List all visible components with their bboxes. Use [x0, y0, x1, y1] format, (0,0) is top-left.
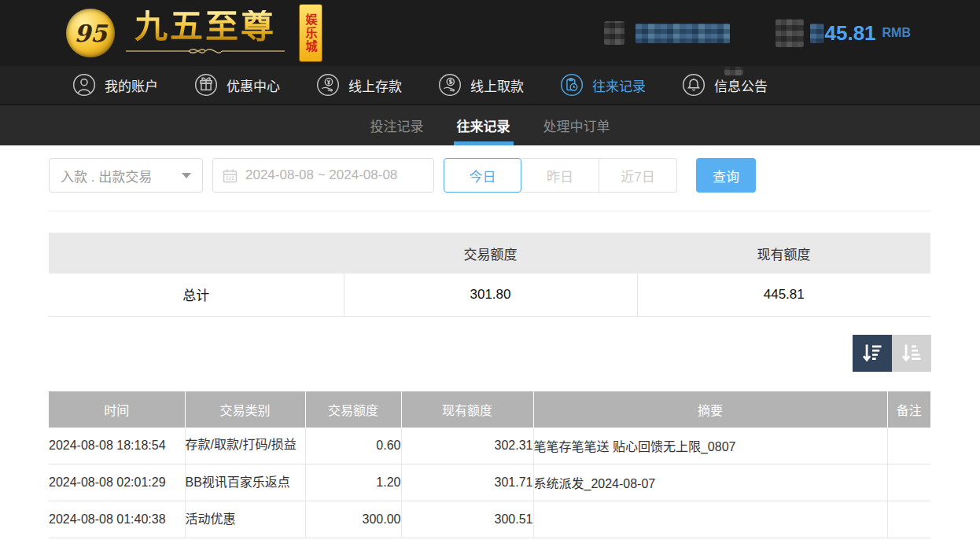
cell-time: 2024-08-08 01:40:38: [49, 501, 185, 538]
main-nav: 我的账户 优惠中心 线上存款: [0, 66, 980, 105]
today-button[interactable]: 今日: [444, 158, 521, 193]
nav-label: 线上取款: [470, 75, 524, 95]
balance-amount: 45.81: [824, 21, 875, 46]
transaction-type-value: 入款 . 出款交易: [61, 166, 152, 185]
summary-total-label: 总计: [49, 273, 344, 316]
cell-summary: 系统派发_2024-08-07: [533, 464, 887, 501]
table-row: 2024-08-08 02:01:29 BB视讯百家乐返点 1.20 301.7…: [49, 464, 930, 501]
tab-processing-orders[interactable]: 处理中订单: [542, 105, 612, 145]
content: 入款 . 出款交易 2024-08-08 ~ 2024-08-08 今日 昨日 …: [0, 145, 980, 538]
col-header-type: 交易类别: [185, 391, 305, 428]
sort-ascending-icon: [900, 341, 923, 365]
user-avatar-blurred: [604, 21, 624, 45]
nav-item-announcements[interactable]: 信息公告: [682, 73, 768, 97]
user-info[interactable]: [604, 21, 730, 45]
transaction-type-select[interactable]: 入款 . 出款交易: [49, 158, 203, 193]
date-range-input[interactable]: 2024-08-08 ~ 2024-08-08: [212, 158, 434, 193]
chevron-down-icon: [182, 173, 191, 178]
cell-balance: 301.71: [401, 464, 533, 501]
table-header-row: 时间 交易类别 交易额度 现有额度 摘要 备注: [49, 391, 930, 428]
cell-type: 活动优惠: [185, 501, 305, 538]
cell-note: [887, 464, 930, 501]
summary-total-amount: 301.80: [344, 273, 637, 316]
nav-item-records[interactable]: 往来记录: [560, 73, 646, 97]
cell-balance: 300.51: [401, 501, 533, 538]
logo-badge: 娱乐城: [299, 4, 322, 62]
sort-controls: [49, 335, 931, 372]
summary-total-balance: 445.81: [637, 273, 930, 316]
balance[interactable]: 45.81 RMB: [776, 19, 911, 47]
logo-wordmark: 九五至尊: [134, 10, 276, 43]
cell-amount: 1.20: [305, 464, 401, 501]
tab-transaction-records[interactable]: 往来记录: [455, 105, 512, 145]
yesterday-button[interactable]: 昨日: [521, 158, 599, 193]
cell-amount: 0.60: [305, 428, 401, 464]
logo-flourish-icon: [123, 46, 288, 56]
nav-item-withdraw[interactable]: 线上取款: [438, 73, 524, 97]
col-header-time: 时间: [49, 391, 185, 428]
col-header-balance: 现有额度: [401, 391, 533, 428]
cell-summary: [533, 501, 887, 538]
balance-currency: RMB: [882, 26, 911, 40]
nav-label: 信息公告: [714, 75, 768, 95]
cell-balance: 302.31: [401, 428, 533, 464]
logo-95-icon: 95: [66, 9, 115, 57]
site-logo[interactable]: 95 九五至尊 娱乐城: [66, 4, 322, 62]
sort-descending-icon: [860, 341, 884, 365]
nav-item-deposit[interactable]: 线上存款: [316, 73, 402, 97]
wallet-icon-blurred: [776, 19, 804, 47]
cell-time: 2024-08-08 02:01:29: [49, 464, 185, 501]
col-header-summary: 摘要: [533, 391, 887, 428]
notification-blur-patch: [724, 67, 743, 75]
summary-header-amount: 交易额度: [344, 233, 637, 273]
filter-bar: 入款 . 出款交易 2024-08-08 ~ 2024-08-08 今日 昨日 …: [49, 158, 931, 193]
tab-bet-records[interactable]: 投注记录: [369, 105, 426, 145]
summary-total-row: 总计 301.80 445.81: [49, 273, 930, 316]
cell-note: [887, 501, 930, 538]
summary-table: 交易额度 现有额度 总计 301.80 445.81: [49, 233, 930, 317]
cell-type: BB视讯百家乐返点: [185, 464, 305, 501]
col-header-note: 备注: [887, 391, 930, 428]
page: 95 九五至尊 娱乐城 45.81 RMB: [0, 0, 980, 558]
cell-summary: 笔笔存笔笔送 贴心回馈无上限_0807: [533, 428, 887, 464]
gift-icon: [194, 73, 218, 97]
sort-ascending-button[interactable]: [892, 335, 931, 372]
sort-descending-button[interactable]: [853, 335, 892, 372]
nav-label: 优惠中心: [227, 75, 280, 95]
cell-note: [887, 428, 930, 464]
divider: [49, 211, 931, 211]
cell-type: 存款/取款/打码/损益: [185, 428, 305, 464]
balance-prefix-blurred: [810, 24, 823, 43]
nav-label: 往来记录: [592, 75, 646, 95]
summary-header-balance: 现有额度: [637, 233, 930, 273]
transactions-table: 时间 交易类别 交易额度 现有额度 摘要 备注 2024-08-08 18:18…: [49, 391, 930, 539]
username-blurred: [636, 24, 730, 43]
cell-amount: 300.00: [305, 501, 401, 538]
nav-label: 我的账户: [105, 75, 158, 95]
quick-range-group: 今日 昨日 近7日: [444, 158, 677, 193]
bell-icon: [682, 73, 706, 97]
summary-header-empty: [49, 233, 344, 273]
nav-label: 线上存款: [348, 75, 402, 95]
summary-header-row: 交易额度 现有额度: [49, 233, 930, 273]
last7days-button[interactable]: 近7日: [599, 158, 677, 193]
topbar: 95 九五至尊 娱乐城 45.81 RMB: [0, 0, 980, 66]
user-icon: [72, 73, 96, 97]
table-row: 2024-08-08 01:40:38 活动优惠 300.00 300.51: [49, 501, 930, 538]
deposit-icon: [316, 73, 340, 97]
sub-nav: 投注记录 往来记录 处理中订单: [0, 105, 980, 145]
query-button[interactable]: 查询: [696, 158, 756, 193]
withdraw-icon: [438, 73, 462, 97]
nav-item-my-account[interactable]: 我的账户: [72, 73, 158, 97]
cell-time: 2024-08-08 18:18:54: [49, 428, 185, 464]
col-header-amount: 交易额度: [305, 391, 401, 428]
records-icon: [560, 73, 584, 97]
calendar-icon: [223, 168, 238, 183]
table-row: 2024-08-08 18:18:54 存款/取款/打码/损益 0.60 302…: [49, 428, 930, 464]
date-range-value: 2024-08-08 ~ 2024-08-08: [245, 167, 397, 183]
nav-item-promotions[interactable]: 优惠中心: [194, 73, 280, 97]
